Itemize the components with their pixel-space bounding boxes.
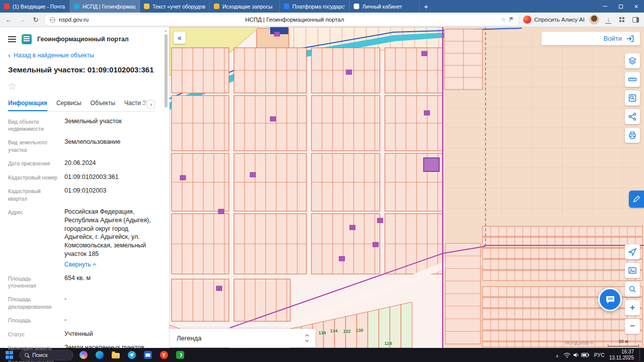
sidebar-toggle-icon[interactable] [631,15,640,24]
menu-hamburger-icon[interactable] [8,36,16,42]
tab-information[interactable]: Информация [8,100,47,111]
collections-flag-icon[interactable] [510,17,514,22]
clock-time: 16:37 [609,349,634,355]
field-row: Площадь - [8,312,155,326]
feedback-tool-button[interactable] [629,191,644,208]
login-icon [626,35,634,42]
extensions-grid-icon[interactable] [617,15,626,24]
layers-button[interactable] [625,53,640,68]
field-row: Дата присвоения 20.06.2024 [8,155,155,169]
field-row: Вид объекта недвижимости Земельный участ… [8,113,155,134]
print-icon [628,131,637,140]
tray-status-icons[interactable] [564,351,590,358]
back-icon[interactable] [4,15,13,24]
show-desktop-button[interactable] [639,349,641,361]
map-tool-column [625,53,640,143]
tabs-scroll-right-button[interactable] [147,100,155,109]
object-title: Земельный участок: 01:09:0102003:361 [8,65,155,74]
reload-icon[interactable] [31,15,40,24]
map-area[interactable]: 136 134 132 130 124 Войти [170,27,644,348]
system-tray: РУС 16:37 13.11.2025 [555,349,641,361]
downloads-icon[interactable] [604,15,613,24]
parcel-number-label: 136 [318,330,326,335]
language-indicator[interactable]: РУС [594,352,605,358]
field-row: Вид земельного участка Землепользование [8,134,155,154]
identify-button[interactable] [625,90,640,106]
tab-label: Текст «учет оборудован [152,4,205,10]
browser-tab-nspd[interactable]: НСПД | Геоинформац [70,0,140,13]
ask-alice-button[interactable]: Спросить Алису AI [523,16,585,24]
alice-label: Спросить Алису AI [534,17,585,23]
forward-icon[interactable] [18,15,27,24]
field-row: Статус Учтенный [8,326,155,340]
locate-button[interactable] [625,244,640,259]
field-row: Площадь уточненная 654 кв. м [8,270,155,291]
panel-scrollbar[interactable] [164,29,168,346]
basemap-button[interactable] [625,263,640,278]
browser-tab-account[interactable]: Личный кабинет [350,0,420,13]
bookmark-star-icon[interactable] [501,16,506,23]
tab-label: Исходящие запросы [222,4,275,10]
url-bar[interactable]: nspd.gov.ru НСПД | Геоинформационный пор… [45,14,519,26]
chevron-up-icon [93,263,96,266]
layers-icon [628,56,637,65]
zoom-in-button[interactable] [625,300,640,315]
scale-label: 50 м [619,339,628,344]
map-attribution: НСПД 2025 © [565,340,594,345]
page-title: НСПД | Геоинформационный портал [92,17,497,23]
scrollbar-thumb[interactable] [165,34,168,108]
field-row: Категория земель Земли населенных пункто… [8,339,155,353]
screen: (1) Входящие - Почта Ма НСПД | Геоинформ… [0,0,644,362]
minimize-button[interactable] [597,0,613,13]
measure-button[interactable] [625,72,640,87]
browser-addressbar: nspd.gov.ru НСПД | Геоинформационный пор… [0,13,644,27]
field-row: Кадастровый номер 01:09:0102003:361 [8,169,155,183]
browser-tab-requests[interactable]: Исходящие запросы [210,0,280,13]
window-controls [597,0,644,13]
clock-date: 13.11.2025 [609,355,634,361]
share-button[interactable] [625,109,640,124]
favorite-star-icon[interactable] [8,80,17,92]
tray-expand-icon[interactable] [555,350,559,359]
tab-parts[interactable]: Части ЗУ [124,100,150,111]
panel-collapse-button[interactable] [174,32,186,44]
zoom-out-button[interactable] [625,319,640,334]
browser-tab-doc[interactable]: Текст «учет оборудован [140,0,210,13]
collapse-address-link[interactable]: Свернуть [64,261,96,268]
login-button[interactable]: Войти [541,32,640,45]
gov-favicon-icon [284,4,289,9]
scale-bar [608,344,639,346]
pen-icon [632,195,641,204]
site-info-icon[interactable] [50,17,55,23]
basemap-icon [628,266,637,275]
alice-icon [523,16,531,24]
print-button[interactable] [625,128,640,143]
folder-favicon-icon [214,4,219,9]
legend-label: Легенда [177,334,201,342]
parcel-number-label: 134 [330,328,338,333]
browser-tab-gov[interactable]: Платформа государствен [280,0,350,13]
portal-title: Геоинформационный портал [37,36,129,43]
legend-dropdown[interactable]: Легенда [170,329,315,347]
area-search-button[interactable] [625,282,640,297]
maximize-button[interactable] [613,0,628,13]
tab-objects[interactable]: Объекты [91,100,116,111]
account-favicon-icon [354,4,359,9]
profile-avatar[interactable] [589,15,599,25]
map-scale: 50 м [608,339,639,346]
taskbar-clock[interactable]: 16:37 13.11.2025 [609,349,634,361]
browser-tab-mail[interactable]: (1) Входящие - Почта Ма [0,0,70,13]
browser-tabbar: (1) Входящие - Почта Ма НСПД | Геоинформ… [0,0,644,13]
field-row-address: Адрес Российская Федерация, Республика А… [8,204,155,270]
new-tab-button[interactable] [420,0,433,13]
identify-icon [628,94,637,103]
tab-services[interactable]: Сервисы [56,100,82,111]
chat-button[interactable] [598,288,622,311]
sber-icon [176,351,184,359]
sber-app-button[interactable] [174,349,186,361]
scroll-up-arrow-icon[interactable] [164,29,168,32]
cadastral-map-canvas[interactable] [170,27,644,348]
close-button[interactable] [628,0,644,13]
field-row: Вид разрешенного использования Для индив… [8,353,155,362]
back-to-results-link[interactable]: Назад в найденные объекты [8,52,155,59]
